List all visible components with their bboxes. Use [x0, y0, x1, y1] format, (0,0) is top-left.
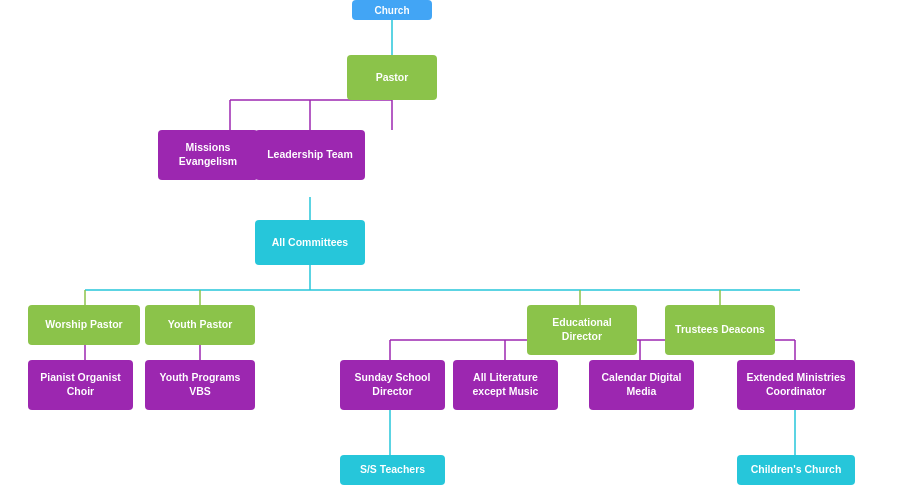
church-node: Church	[352, 0, 432, 20]
sunday-school-director-node: Sunday School Director	[340, 360, 445, 410]
youth-pastor-node: Youth Pastor	[145, 305, 255, 345]
educational-director-node: Educational Director	[527, 305, 637, 355]
ss-teachers-node: S/S Teachers	[340, 455, 445, 485]
all-literature-node: All Literature except Music	[453, 360, 558, 410]
trustees-deacons-node: Trustees Deacons	[665, 305, 775, 355]
pastor-node: Pastor	[347, 55, 437, 100]
missions-node: Missions Evangelism	[158, 130, 258, 180]
connectors-svg	[0, 0, 900, 500]
org-chart: Church Pastor Missions Evangelism Leader…	[0, 0, 900, 500]
childrens-church-node: Children's Church	[737, 455, 855, 485]
youth-programs-node: Youth Programs VBS	[145, 360, 255, 410]
worship-pastor-node: Worship Pastor	[28, 305, 140, 345]
calendar-node: Calendar Digital Media	[589, 360, 694, 410]
all-committees-node: All Committees	[255, 220, 365, 265]
extended-ministries-node: Extended Ministries Coordinator	[737, 360, 855, 410]
pianist-node: Pianist Organist Choir	[28, 360, 133, 410]
leadership-node: Leadership Team	[255, 130, 365, 180]
